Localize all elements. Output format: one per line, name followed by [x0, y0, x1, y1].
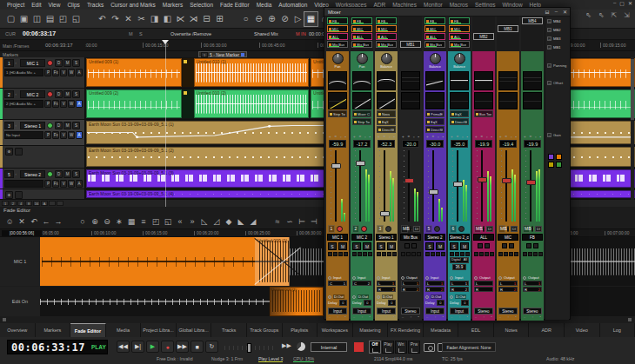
plugin-enabled-icon[interactable]	[427, 129, 430, 131]
track-p-button[interactable]: P	[44, 100, 51, 108]
mixer-send-slot[interactable]	[522, 25, 543, 32]
strip-mode-button[interactable]: Stereo	[498, 308, 518, 314]
track-name[interactable]: MIC 2	[20, 90, 45, 98]
zoom-in-icon[interactable]: ⊕	[89, 217, 101, 226]
fader-value-display[interactable]: -19.4	[499, 140, 517, 148]
channel-fader[interactable]	[450, 149, 469, 223]
dynamics-curve-display[interactable]	[523, 92, 542, 109]
fader-value-display[interactable]: -20.0	[402, 140, 419, 148]
mixer-send-slot[interactable]: Mix Bus	[351, 41, 372, 48]
eq-curve-display[interactable]	[401, 71, 420, 90]
menu-item[interactable]: Project	[3, 2, 28, 8]
direct-out-badge[interactable]: DI	[413, 226, 420, 232]
bottom-tab[interactable]: Track Groups	[247, 323, 283, 337]
strip-footer-icons[interactable]: –▫▪	[326, 314, 349, 320]
dynamics-curve-display[interactable]	[498, 92, 518, 109]
plugin-enabled-icon[interactable]	[330, 113, 332, 116]
jog-slider[interactable]	[224, 344, 275, 352]
cut-head-icon[interactable]: ⋉	[174, 12, 187, 26]
track-mute-button[interactable]: M	[64, 90, 71, 98]
track-input-selector[interactable]: 1 (HD Audio Mic +	[4, 69, 43, 76]
io-routing-row[interactable]: R2	[523, 287, 542, 292]
mixer-send-slot[interactable]: ALL	[376, 33, 397, 40]
track-solo-button[interactable]: S	[72, 122, 80, 129]
track-v-button[interactable]: V	[60, 131, 67, 139]
track-name[interactable]: Stereo 2	[20, 170, 45, 178]
strip-option-buttons[interactable]	[424, 251, 446, 257]
io-routing-row[interactable]: L1	[401, 281, 420, 286]
direct-out-toggle[interactable]: D.Out	[431, 295, 442, 299]
automation-mode-button[interactable]: Prw	[408, 341, 420, 354]
mixer-channel-strip[interactable]: FB MIC ALL	[375, 17, 398, 321]
mixer-channel-strip[interactable]: FB MIC ALL	[326, 17, 349, 321]
fader-value-display[interactable]: -52.3	[378, 140, 395, 148]
edit-cursor-tool-2[interactable]: ⇖	[598, 11, 605, 19]
track-w-button[interactable]: W	[68, 69, 75, 76]
new-project-icon[interactable]: ▢	[4, 12, 17, 26]
channel-fader[interactable]	[328, 149, 347, 223]
mixer-send-slot[interactable]	[400, 33, 421, 40]
zoom-fit-icon[interactable]: ⊘	[278, 12, 291, 26]
mixer-send-slot[interactable]: FB	[351, 17, 372, 24]
track-header[interactable]: 1 ↕ MIC 1 D M S 1 (HD Audio Mic + P Fx	[0, 57, 85, 88]
play-preview-icon[interactable]: ▷	[291, 12, 304, 26]
bottom-tab[interactable]: EDL	[458, 323, 494, 337]
bottom-tab[interactable]: Markers	[36, 323, 71, 337]
bottom-tab[interactable]: Notes	[494, 323, 530, 337]
shared-mix-label[interactable]: Shared Mix	[254, 31, 278, 36]
strip-footer-icons[interactable]: –▫▪	[424, 314, 446, 320]
edit-mode-label[interactable]: Overwrite /Remove	[170, 31, 211, 36]
edit-cursor-tool-1[interactable]: ⇖	[585, 11, 592, 19]
redo-icon[interactable]: ↷	[109, 12, 122, 26]
timeline-marker[interactable]: 1 5 - New Marker	[198, 51, 247, 57]
track-w-button[interactable]: W	[68, 100, 75, 108]
mixer-send-slot[interactable]: ALL	[327, 33, 348, 40]
record-arm-button[interactable]	[47, 60, 53, 66]
io-routing-row[interactable]: L1	[523, 281, 542, 286]
open-project-icon[interactable]: ▣	[17, 12, 30, 26]
strip-util-row[interactable]: +=▫▪	[326, 134, 349, 140]
mute-button[interactable]: M	[338, 242, 347, 250]
fader-cap[interactable]	[331, 163, 341, 169]
plugin-enabled-icon[interactable]	[476, 113, 478, 116]
eq-curve-display[interactable]	[450, 71, 469, 90]
close-icon[interactable]: ✕	[628, 0, 632, 6]
mixer-send-slot[interactable]	[473, 25, 494, 32]
height-preset-button[interactable]	[57, 201, 64, 206]
track-name[interactable]: Stereo 1	[20, 122, 45, 129]
duplicate-icon[interactable]: ◱	[70, 12, 83, 26]
fader-cap[interactable]	[453, 182, 463, 187]
track-a-button[interactable]: A	[76, 69, 83, 76]
seconds-toggle[interactable]: S	[139, 31, 143, 36]
bottom-tab[interactable]: Metadata	[424, 323, 459, 337]
height-preset-button[interactable]: 1	[2, 201, 9, 206]
fader-value-display[interactable]: -59.9	[329, 140, 346, 148]
plugin-slot[interactable]: EqX	[425, 118, 444, 125]
menu-item[interactable]: Markers	[159, 2, 186, 8]
mixer-channel-strip[interactable]: MB1 +=▫▪ -	[399, 17, 422, 321]
track-p-button[interactable]: P	[44, 131, 51, 139]
close-icon[interactable]: ✕	[16, 217, 28, 226]
io-routing-row[interactable]: R2	[377, 287, 396, 292]
bus-toggle[interactable]: –MB1	[547, 43, 567, 51]
track-p-button[interactable]: P	[44, 180, 51, 188]
track-header[interactable]: 5 ↕ Stereo 2 D M S P Fx V	[0, 169, 85, 189]
strip-option-buttons[interactable]	[472, 251, 495, 257]
expand-track-button[interactable]: ⊕	[5, 191, 13, 199]
menu-item[interactable]: Edit	[28, 2, 44, 8]
track-stepper[interactable]: ↕	[15, 122, 19, 129]
copy-fade-icon[interactable]: ◰	[150, 217, 162, 226]
paste-fade-icon[interactable]: ◱	[162, 217, 174, 226]
plugin-slot[interactable]: EqX	[450, 110, 469, 117]
fade-scroll-handle-right[interactable]	[628, 318, 632, 321]
strip-util-row[interactable]: +=▫▪	[375, 134, 398, 140]
track-input-selector[interactable]: 2 (HD Audio Mic +	[4, 100, 43, 108]
mixer-send-slot[interactable]: Mix Bus	[376, 41, 397, 48]
strip-mode-button[interactable]: Stereo	[401, 308, 420, 314]
strip-footer-icons[interactable]: –▫▪	[399, 314, 422, 320]
edit-cursor-tool-4[interactable]: ⇲	[624, 11, 630, 19]
undo-icon[interactable]: ↶	[28, 217, 40, 226]
collapsed-track-option[interactable]	[15, 191, 23, 199]
curve-a-icon[interactable]: ≈	[271, 217, 284, 226]
mixer-send-slot[interactable]: MIC	[424, 25, 445, 32]
